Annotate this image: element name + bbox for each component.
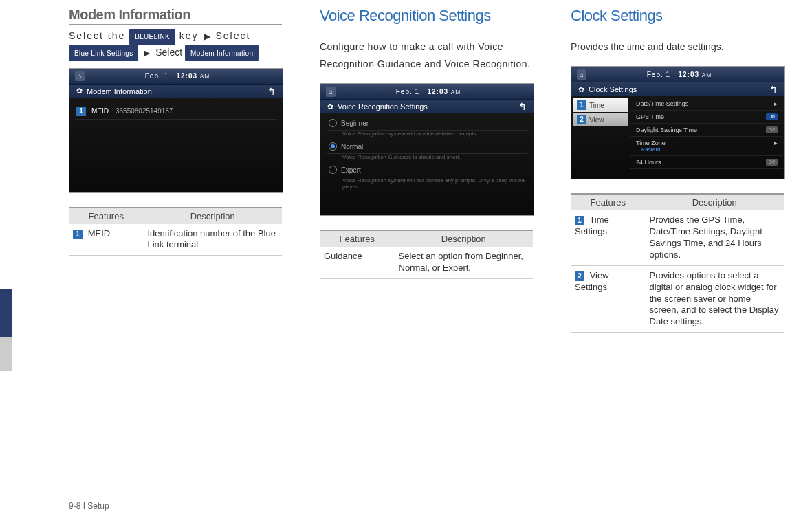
table-row: 2 View Settings Provides options to sele… [571, 265, 784, 332]
column-voice-recognition: Voice Recognition Settings Configure how… [320, 7, 533, 333]
option-subtext: Voice Recognition system will provide de… [327, 131, 527, 140]
toggle-off: Off [766, 126, 778, 133]
tab-label: View [589, 116, 604, 124]
screenshot-topbar: ⌂ Feb. 1 12:03 AM [320, 84, 534, 100]
callout-1: 1 [575, 216, 584, 225]
voice-features-table: Features Description Guidance Select an … [320, 230, 533, 279]
arrow-icon: ▶ [144, 48, 150, 58]
chevron-right-icon: ▸ [774, 140, 778, 146]
status-date: Feb. 1 12:03 AM [600, 71, 758, 78]
home-icon: ⌂ [326, 87, 336, 97]
gear-icon: ✿ [327, 102, 333, 111]
modem-info-pill: Modem Information [185, 45, 259, 61]
callout-1: 1 [577, 100, 586, 110]
page-footer: 9-8 I Setup [69, 501, 109, 511]
feature-name: Guidance [320, 247, 395, 278]
setting-timezone: Time Zone▸ Eastern [630, 137, 783, 156]
setting-label: Time Zone [636, 140, 666, 146]
left-panel: 1Time 2View [571, 96, 629, 179]
home-icon: ⌂ [577, 69, 586, 80]
date-text: Feb. 1 [396, 88, 419, 96]
screenshot-subheader: ✿ Clock Settings ↰ [571, 82, 784, 96]
setting-sublabel: Eastern [636, 146, 661, 153]
page-content: Modem Information Select the BLUELINK ke… [0, 0, 812, 346]
table-row: Guidance Select an option from Beginner,… [320, 247, 533, 278]
feature-description: Provides options to select a digital or … [646, 265, 784, 332]
ampm-text: AM [200, 73, 210, 80]
option-subtext: Voice Recognition Guidance is simple and… [327, 154, 527, 163]
feature-name: MEID [88, 228, 111, 239]
setting-label: 24 Hours [636, 159, 661, 166]
setting-label: Date/Time Settings [636, 100, 688, 107]
option-label: Expert [341, 166, 361, 174]
voice-rec-intro: Configure how to make a call with Voice … [320, 38, 533, 73]
bluelink-key-pill: BLUELINK [129, 29, 175, 45]
arrow-icon: ▶ [204, 32, 210, 41]
home-icon: ⌂ [75, 71, 85, 81]
toggle-on: On [766, 113, 778, 120]
chevron-right-icon: ▸ [774, 100, 778, 107]
gear-icon: ✿ [578, 85, 584, 94]
screenshot-body: 1Time 2View Date/Time Settings▸ GPS Time… [571, 96, 784, 179]
option-beginner: Beginner [327, 116, 527, 131]
feature-description: Select an option from Beginner, Normal, … [395, 247, 534, 278]
option-label: Beginner [341, 120, 369, 127]
setting-datetime: Date/Time Settings▸ [630, 98, 783, 111]
side-tab-inactive [0, 337, 12, 371]
clock-heading: Clock Settings [571, 7, 784, 25]
callout-2: 2 [577, 115, 586, 124]
meid-label: MEID [91, 107, 109, 115]
nav-text-2: key [179, 30, 203, 41]
screenshot-body: Beginner Voice Recognition system will p… [320, 113, 534, 215]
callout-1: 1 [76, 107, 86, 116]
radio-icon-selected [329, 142, 337, 151]
modem-nav-path: Select the BLUELINK key ▶ Select Blue Li… [69, 28, 282, 61]
time-text: 12:03 [427, 88, 448, 96]
radio-icon [329, 166, 337, 174]
status-date: Feb. 1 12:03 AM [98, 72, 256, 80]
modem-screenshot: ⌂ Feb. 1 12:03 AM ✿ Modem Information ↰ … [69, 68, 283, 193]
table-header-features: Features [571, 194, 646, 210]
setting-24hours: 24 HoursOff [630, 156, 783, 169]
clock-features-table: Features Description 1 Time Settings Pro… [571, 193, 784, 333]
table-header-features: Features [69, 208, 144, 224]
option-subtext: Voice Recognition system will not provid… [327, 177, 527, 192]
modem-info-heading: Modem Information [69, 7, 282, 25]
feature-description: Identification number of the Blue Link t… [144, 224, 283, 256]
side-tab-active [0, 289, 12, 337]
setting-dst: Daylight Savings TimeOff [630, 124, 783, 137]
nav-text-4: Select [155, 47, 185, 58]
tab-view: 2View [573, 113, 628, 126]
tab-label: Time [589, 102, 604, 109]
screenshot-subheader: ✿ Modem Information ↰ [69, 85, 283, 98]
table-header-description: Description [144, 208, 283, 224]
bluelink-settings-pill: Blue Link Settings [69, 45, 138, 61]
setting-label: GPS Time [636, 113, 664, 120]
callout-1: 1 [73, 230, 83, 239]
meid-value: 355508025149157 [116, 107, 173, 115]
nav-text-3: Select [215, 30, 250, 41]
clock-intro: Provides the time and date settings. [571, 38, 784, 56]
column-modem-info: Modem Information Select the BLUELINK ke… [69, 7, 282, 333]
back-icon: ↰ [267, 86, 276, 97]
ampm-text: AM [451, 89, 461, 96]
option-expert: Expert [327, 163, 527, 177]
table-row: 1 Time Settings Provides the GPS Time, D… [571, 210, 784, 265]
right-panel: Date/Time Settings▸ GPS TimeOn Daylight … [629, 96, 784, 179]
status-date: Feb. 1 12:03 AM [349, 88, 507, 96]
screenshot-title: Clock Settings [589, 85, 637, 93]
option-normal: Normal [327, 140, 527, 154]
column-clock-settings: Clock Settings Provides the time and dat… [571, 7, 784, 333]
clock-screenshot: ⌂ Feb. 1 12:03 AM ✿ Clock Settings ↰ 1Ti… [571, 66, 785, 179]
setting-label: Daylight Savings Time [636, 126, 697, 133]
back-icon: ↰ [518, 101, 527, 112]
voice-rec-screenshot: ⌂ Feb. 1 12:03 AM ✿ Voice Recognition Se… [320, 83, 534, 216]
table-header-features: Features [320, 230, 395, 247]
tab-time: 1Time [573, 98, 628, 112]
table-header-description: Description [646, 194, 784, 210]
nav-text-1: Select the [69, 30, 129, 41]
meid-row: 1 MEID 355508025149157 [75, 104, 277, 120]
callout-2: 2 [575, 271, 584, 281]
voice-rec-heading: Voice Recognition Settings [320, 7, 533, 25]
gear-icon: ✿ [76, 87, 83, 96]
